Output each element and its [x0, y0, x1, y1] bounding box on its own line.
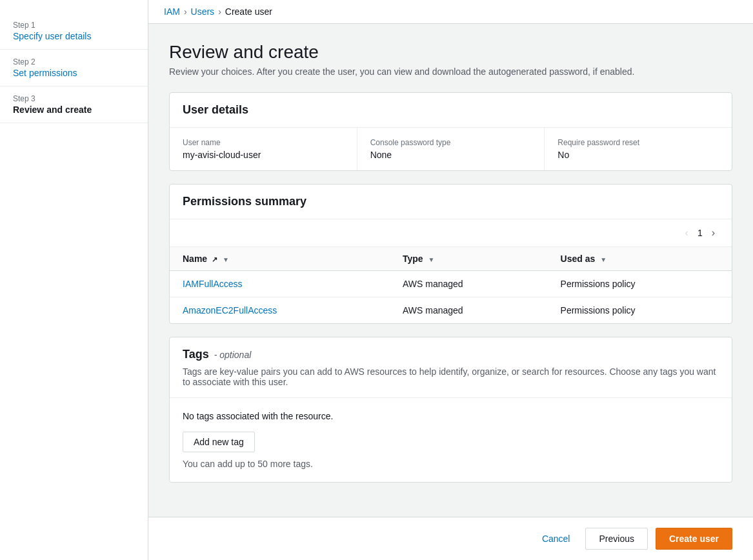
user-name-label: User name — [183, 138, 344, 147]
perm-type-2: AWS managed — [390, 297, 548, 324]
tags-header-row: Tags - optional — [183, 348, 719, 361]
breadcrumb: IAM › Users › Create user — [148, 0, 753, 24]
sidebar-step-2: Step 2 Set permissions — [0, 50, 148, 86]
page-subtitle: Review your choices. After you create th… — [169, 66, 732, 77]
external-link-icon: ↗ — [212, 255, 217, 264]
tags-card-body: No tags associated with the resource. Ad… — [170, 398, 732, 482]
permissions-card-header: Permissions summary — [170, 185, 732, 219]
tags-card-header: Tags - optional Tags are key-value pairs… — [170, 337, 732, 398]
main-content: IAM › Users › Create user Review and cre… — [148, 0, 753, 560]
tags-limit-message: You can add up to 50 more tags. — [183, 459, 719, 469]
footer: Cancel Previous Create user — [148, 517, 753, 560]
user-details-card: User details User name my-avisi-cloud-us… — [169, 92, 732, 171]
user-name-cell: User name my-avisi-cloud-user — [170, 128, 357, 170]
sidebar-item-review-and-create: Review and create — [13, 105, 92, 115]
create-user-button[interactable]: Create user — [656, 528, 732, 550]
breadcrumb-users[interactable]: Users — [191, 6, 215, 17]
breadcrumb-sep-1: › — [184, 6, 187, 17]
col-header-type: Type ▼ — [390, 247, 548, 271]
sort-icon-used-as: ▼ — [600, 256, 607, 263]
user-name-value: my-avisi-cloud-user — [183, 150, 344, 160]
sidebar-item-specify-user-details[interactable]: Specify user details — [13, 31, 91, 41]
previous-button[interactable]: Previous — [585, 528, 647, 550]
page-title: Review and create — [169, 42, 732, 63]
permissions-table-body: IAMFullAccess AWS managed Permissions po… — [170, 271, 732, 324]
console-password-cell: Console password type None — [357, 128, 545, 170]
tags-description: Tags are key-value pairs you can add to … — [183, 366, 719, 387]
console-password-value: None — [370, 150, 532, 160]
perm-name-link-2[interactable]: AmazonEC2FullAccess — [183, 305, 277, 315]
user-details-card-body: User name my-avisi-cloud-user Console pa… — [170, 128, 732, 170]
user-details-row: User name my-avisi-cloud-user Console pa… — [170, 128, 732, 170]
no-tags-message: No tags associated with the resource. — [183, 411, 719, 421]
add-new-tag-button[interactable]: Add new tag — [183, 432, 255, 452]
col-header-name: Name ↗ ▼ — [170, 247, 390, 271]
tags-title: Tags — [183, 348, 209, 361]
pagination-next-button[interactable]: › — [708, 226, 719, 240]
content-area: Review and create Review your choices. A… — [148, 24, 753, 517]
password-reset-value: No — [557, 150, 719, 160]
tags-card: Tags - optional Tags are key-value pairs… — [169, 337, 732, 483]
table-row: AmazonEC2FullAccess AWS managed Permissi… — [170, 297, 732, 324]
permissions-pagination: ‹ 1 › — [170, 219, 732, 247]
breadcrumb-iam[interactable]: IAM — [164, 6, 180, 17]
sidebar-step-3: Step 3 Review and create — [0, 86, 148, 123]
permissions-card: Permissions summary ‹ 1 › Name ↗ — [169, 184, 732, 324]
user-details-card-header: User details — [170, 93, 732, 128]
perm-used-as-1: Permissions policy — [548, 271, 732, 297]
cancel-button[interactable]: Cancel — [534, 528, 578, 549]
breadcrumb-sep-2: › — [218, 6, 221, 17]
console-password-label: Console password type — [370, 138, 532, 147]
perm-name-2: AmazonEC2FullAccess — [170, 297, 390, 324]
permissions-table-header-row: Name ↗ ▼ Type ▼ Used as — [170, 247, 732, 271]
sidebar-step-1: Step 1 Specify user details — [0, 13, 148, 50]
sidebar-item-set-permissions[interactable]: Set permissions — [13, 68, 77, 78]
step1-label: Step 1 — [13, 21, 135, 30]
perm-type-1: AWS managed — [390, 271, 548, 297]
permissions-card-body: ‹ 1 › Name ↗ ▼ — [170, 219, 732, 323]
table-row: IAMFullAccess AWS managed Permissions po… — [170, 271, 732, 297]
permissions-table: Name ↗ ▼ Type ▼ Used as — [170, 247, 732, 323]
perm-name-link-1[interactable]: IAMFullAccess — [183, 279, 243, 289]
perm-name-1: IAMFullAccess — [170, 271, 390, 297]
pagination-page-number: 1 — [698, 228, 703, 238]
col-header-used-as: Used as ▼ — [548, 247, 732, 271]
breadcrumb-current: Create user — [225, 6, 272, 17]
sort-icon-type: ▼ — [428, 256, 434, 263]
sort-icon-name: ▼ — [223, 256, 229, 263]
password-reset-label: Require password reset — [557, 138, 719, 147]
step3-label: Step 3 — [13, 94, 135, 103]
pagination-prev-button[interactable]: ‹ — [681, 226, 692, 240]
permissions-table-head: Name ↗ ▼ Type ▼ Used as — [170, 247, 732, 271]
step2-label: Step 2 — [13, 57, 135, 66]
tags-optional-label: - optional — [214, 350, 252, 360]
sidebar: Step 1 Specify user details Step 2 Set p… — [0, 0, 148, 560]
password-reset-cell: Require password reset No — [545, 128, 732, 170]
perm-used-as-2: Permissions policy — [548, 297, 732, 324]
